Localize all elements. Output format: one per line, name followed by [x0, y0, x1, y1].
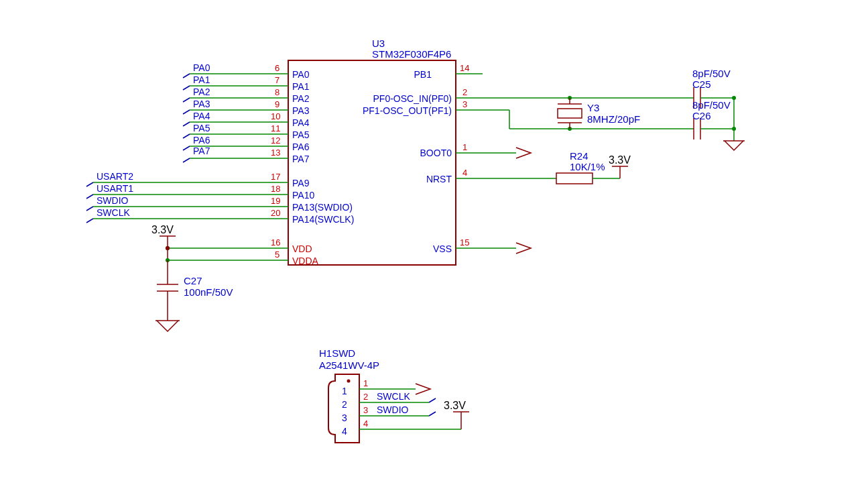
svg-text:4: 4 [363, 419, 368, 429]
svg-line-50 [86, 195, 93, 199]
svg-text:4: 4 [342, 426, 347, 437]
svg-text:1: 1 [363, 378, 368, 388]
svg-text:3.3V: 3.3V [444, 400, 466, 411]
svg-line-60 [86, 219, 93, 223]
svg-text:PF1-OSC_OUT(PF1): PF1-OSC_OUT(PF1) [363, 105, 452, 116]
svg-text:19: 19 [271, 196, 280, 206]
svg-text:PA10: PA10 [292, 190, 314, 201]
ic-u3: U3 STM32F030F4P6 6 PA0 PA0 7 PA1 PA1 8 P… [86, 38, 456, 266]
svg-point-72 [166, 246, 170, 250]
svg-text:SWDIO: SWDIO [377, 404, 409, 415]
schematic-canvas: U3 STM32F030F4P6 6 PA0 PA0 7 PA1 PA1 8 P… [0, 0, 868, 497]
svg-text:PA1: PA1 [292, 81, 310, 92]
svg-text:PA0: PA0 [292, 69, 310, 80]
svg-text:1: 1 [342, 386, 347, 396]
svg-text:NRST: NRST [426, 174, 452, 184]
svg-text:PA9: PA9 [292, 178, 310, 188]
svg-line-55 [86, 207, 93, 211]
svg-text:PA6: PA6 [193, 135, 210, 146]
svg-text:11: 11 [271, 123, 280, 133]
svg-point-112 [732, 96, 736, 100]
svg-text:SWCLK: SWCLK [377, 391, 410, 402]
svg-text:PA3: PA3 [292, 105, 310, 116]
svg-text:5: 5 [275, 250, 280, 260]
c27: C27 100nF/50V [156, 260, 233, 331]
boot0-gnd-port [516, 148, 531, 158]
svg-text:PA14(SWCLK): PA14(SWCLK) [292, 214, 354, 225]
svg-text:H1SWD: H1SWD [319, 347, 355, 359]
svg-text:15: 15 [460, 237, 469, 247]
svg-text:USART2: USART2 [97, 171, 133, 182]
svg-text:8: 8 [275, 87, 280, 97]
svg-text:PA1: PA1 [193, 74, 210, 85]
svg-text:PF0-OSC_IN(PF0): PF0-OSC_IN(PF0) [373, 93, 452, 104]
svg-text:8pF/50V: 8pF/50V [692, 68, 731, 79]
swd-header: H1SWD A2541WV-4P 1 2 3 4 1 2 SWCLK 3 SWD… [319, 347, 469, 443]
svg-text:3.3V: 3.3V [151, 224, 174, 235]
svg-text:17: 17 [271, 172, 280, 182]
power-3v3-nrst: 3.3V [609, 154, 631, 178]
c26: 8pF/50V C26 [692, 99, 734, 140]
svg-text:PB1: PB1 [414, 69, 432, 80]
svg-text:10: 10 [271, 111, 280, 121]
svg-text:PA13(SWDIO): PA13(SWDIO) [292, 202, 353, 213]
svg-text:100nF/50V: 100nF/50V [184, 286, 233, 298]
svg-text:12: 12 [271, 135, 280, 146]
svg-text:BOOT0: BOOT0 [420, 148, 452, 158]
svg-text:Y3: Y3 [587, 102, 599, 113]
svg-line-20 [183, 110, 190, 114]
svg-text:3: 3 [462, 99, 467, 109]
svg-rect-121 [556, 173, 593, 184]
svg-text:PA2: PA2 [193, 87, 210, 97]
svg-text:3: 3 [363, 405, 368, 415]
svg-text:6: 6 [275, 63, 280, 73]
svg-rect-96 [558, 109, 582, 118]
svg-text:USART1: USART1 [97, 183, 133, 194]
svg-text:C27: C27 [184, 275, 202, 286]
svg-text:16: 16 [271, 237, 280, 247]
svg-text:PA6: PA6 [292, 142, 310, 152]
svg-text:4: 4 [462, 168, 467, 178]
svg-line-5 [183, 74, 190, 78]
svg-text:PA4: PA4 [292, 117, 310, 128]
svg-text:14: 14 [460, 63, 469, 73]
svg-text:PA2: PA2 [292, 93, 310, 104]
svg-rect-0 [288, 60, 456, 265]
svg-text:18: 18 [271, 184, 280, 194]
svg-text:C25: C25 [692, 78, 711, 90]
svg-line-143 [429, 398, 436, 402]
svg-text:13: 13 [271, 148, 280, 158]
svg-text:VDD: VDD [292, 243, 312, 254]
svg-line-10 [183, 86, 190, 90]
ic-part: STM32F030F4P6 [372, 48, 451, 60]
svg-text:PA5: PA5 [193, 123, 210, 133]
svg-text:8MHZ/20pF: 8MHZ/20pF [587, 113, 640, 125]
svg-text:C26: C26 [692, 110, 711, 121]
svg-text:20: 20 [271, 208, 280, 218]
svg-line-35 [183, 146, 190, 150]
svg-text:PA0: PA0 [193, 62, 210, 73]
svg-text:2: 2 [462, 87, 467, 97]
svg-text:2: 2 [363, 392, 368, 402]
svg-text:PA3: PA3 [193, 99, 210, 109]
svg-text:PA7: PA7 [292, 154, 310, 164]
vss-gnd-port [516, 243, 531, 254]
svg-line-45 [86, 182, 93, 186]
svg-line-25 [183, 122, 190, 126]
svg-text:VDDA: VDDA [292, 256, 319, 266]
svg-text:7: 7 [275, 75, 280, 85]
power-3v3-top: 3.3V [151, 224, 176, 262]
svg-text:VSS: VSS [433, 243, 452, 254]
svg-line-147 [429, 412, 436, 416]
ic-ref: U3 [372, 38, 385, 49]
svg-text:1: 1 [462, 142, 467, 152]
crystal-y3: Y3 8MHZ/20pF [558, 96, 640, 131]
svg-point-133 [347, 380, 351, 383]
svg-point-113 [732, 127, 736, 131]
svg-text:R24: R24 [570, 150, 588, 162]
svg-text:SWCLK: SWCLK [97, 207, 130, 218]
svg-text:8pF/50V: 8pF/50V [692, 99, 731, 111]
svg-text:10K/1%: 10K/1% [570, 161, 605, 172]
svg-text:PA4: PA4 [193, 111, 210, 121]
svg-text:A2541WV-4P: A2541WV-4P [319, 360, 379, 371]
